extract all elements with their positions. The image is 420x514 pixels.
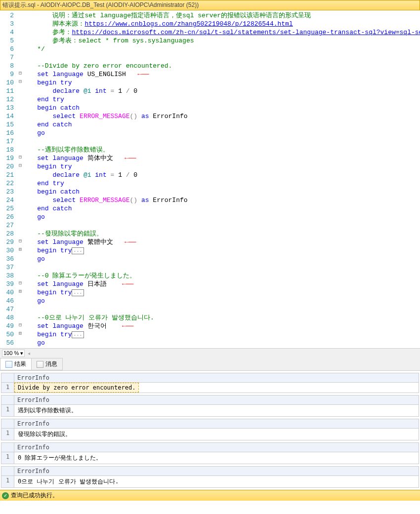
code-line[interactable]: begin catch (22, 104, 420, 112)
row-number[interactable]: 1 (1, 429, 14, 440)
code-line[interactable]: --0으로 나누기 오류가 발생했습니다. (22, 314, 420, 322)
code-line[interactable]: end catch (22, 120, 420, 129)
code-line[interactable]: end try (22, 95, 420, 104)
row-number[interactable]: 1 (1, 405, 14, 416)
code-line[interactable]: --遇到以零作除数错误。 (22, 146, 420, 154)
code-line[interactable]: --Divide by zero error encountered. (22, 62, 420, 70)
result-cell[interactable]: 0으로 나누기 오류가 발생했습니다. (14, 476, 122, 487)
code-line[interactable]: end catch (22, 204, 420, 213)
window-title: 错误提示.sql - AIODIY-AIOPC.DB_Test (AIODIY-… (0, 0, 420, 10)
code-line[interactable]: begin try... (22, 288, 420, 297)
result-cell[interactable]: Divide by zero error encountered. (14, 383, 139, 393)
code-line[interactable]: select ERROR_MESSAGE() as ErrorInfo (22, 196, 420, 204)
code-line[interactable]: */ (22, 45, 420, 53)
code-line[interactable]: 脚本来源：https://www.cnblogs.com/zhang502219… (22, 20, 420, 28)
grid-icon (5, 361, 12, 368)
status-bar: ✓ 查询已成功执行。 (0, 490, 420, 501)
code-editor[interactable]: 2345678910111213141516171819202122232425… (0, 10, 420, 348)
result-set: ErrorInfo10으로 나누기 오류가 발생했습니다. (1, 466, 419, 488)
corner-cell[interactable] (1, 395, 14, 404)
code-line[interactable] (22, 305, 420, 314)
line-gutter: 2345678910111213141516171819202122232425… (0, 10, 19, 348)
code-line[interactable]: go (22, 129, 420, 137)
result-set: ErrorInfo1發現除以零的錯誤。 (1, 419, 419, 440)
column-header[interactable]: ErrorInfo (14, 395, 52, 404)
document-icon (37, 361, 43, 368)
code-line[interactable] (22, 53, 420, 62)
code-line[interactable]: 参考表：select * from sys.syslanguages (22, 37, 420, 45)
result-set: ErrorInfo1Divide by zero error encounter… (1, 373, 419, 393)
code-line[interactable]: declare @i int = 1 / 0 (22, 171, 420, 179)
tab-results[interactable]: 结果 (0, 358, 32, 370)
zoom-bar: 100 % ▾ ◂ (0, 348, 420, 358)
status-text: 查询已成功执行。 (11, 491, 58, 500)
results-tabs: 结果 消息 (0, 358, 420, 371)
tab-messages[interactable]: 消息 (31, 358, 63, 370)
code-line[interactable]: begin catch (22, 188, 420, 196)
code-line[interactable]: set language US_ENGLISH ←── (22, 70, 420, 79)
result-cell[interactable]: 遇到以零作除数错误。 (14, 405, 81, 416)
code-line[interactable] (22, 263, 420, 272)
code-line[interactable]: --0 除算エラーが発生しました。 (22, 272, 420, 280)
code-line[interactable]: declare @i int = 1 / 0 (22, 87, 420, 95)
corner-cell[interactable] (1, 373, 14, 382)
code-line[interactable]: begin try... (22, 246, 420, 255)
code-line[interactable]: set language 繁體中文 ←── (22, 238, 420, 246)
column-header[interactable]: ErrorInfo (14, 443, 52, 452)
code-line[interactable]: go (22, 297, 420, 305)
code-line[interactable]: set language 日本語 ←── (22, 280, 420, 288)
success-icon: ✓ (2, 492, 9, 499)
code-area[interactable]: 说明：通过set language指定语种语言，使sql server的报错以该… (22, 10, 420, 348)
column-header[interactable]: ErrorInfo (14, 467, 52, 475)
code-line[interactable]: set language 简体中文 ←── (22, 154, 420, 162)
code-line[interactable]: select ERROR_MESSAGE() as ErrorInfo (22, 112, 420, 120)
column-header[interactable]: ErrorInfo (14, 419, 52, 428)
zoom-select[interactable]: 100 % ▾ (2, 350, 25, 357)
row-number[interactable]: 1 (1, 452, 14, 464)
code-line[interactable] (22, 137, 420, 146)
corner-cell[interactable] (1, 443, 14, 452)
row-number[interactable]: 1 (1, 383, 14, 393)
code-line[interactable]: 参考：https://docs.microsoft.com/zh-cn/sql/… (22, 28, 420, 37)
code-line[interactable]: go (22, 255, 420, 263)
code-line[interactable]: --發現除以零的錯誤。 (22, 230, 420, 238)
result-cell[interactable]: 發現除以零的錯誤。 (14, 429, 75, 440)
result-cell[interactable]: 0 除算エラーが発生しました。 (14, 452, 105, 464)
code-line[interactable]: go (22, 213, 420, 221)
code-line[interactable] (22, 221, 420, 230)
code-line[interactable]: begin try... (22, 330, 420, 339)
results-pane: ErrorInfo1Divide by zero error encounter… (0, 373, 420, 488)
code-line[interactable]: 说明：通过set language指定语种语言，使sql server的报错以该… (22, 11, 420, 20)
corner-cell[interactable] (1, 419, 14, 428)
code-line[interactable]: set language 한국어 ←── (22, 322, 420, 330)
result-set: ErrorInfo10 除算エラーが発生しました。 (1, 442, 419, 464)
splitter-icon[interactable]: ◂ (28, 351, 30, 356)
row-number[interactable]: 1 (1, 476, 14, 487)
code-line[interactable]: begin try (22, 162, 420, 171)
code-line[interactable]: go (22, 339, 420, 347)
result-set: ErrorInfo1遇到以零作除数错误。 (1, 395, 419, 417)
code-line[interactable]: end try (22, 179, 420, 188)
corner-cell[interactable] (1, 467, 14, 475)
code-line[interactable]: begin try (22, 79, 420, 87)
column-header[interactable]: ErrorInfo (14, 373, 52, 382)
